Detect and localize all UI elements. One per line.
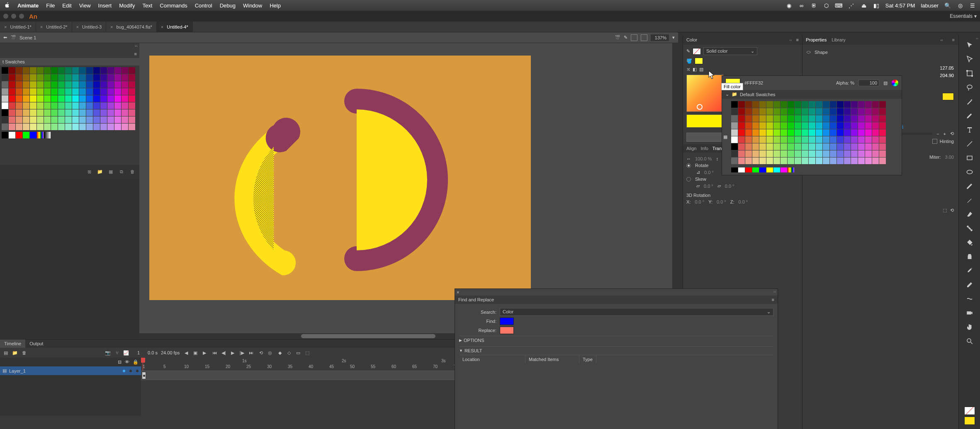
swatch[interactable] <box>745 150 752 157</box>
menu-modify[interactable]: Modify <box>119 2 135 9</box>
swatch[interactable] <box>788 136 794 143</box>
swatch[interactable] <box>830 115 837 122</box>
swatch[interactable] <box>9 95 15 102</box>
swatch[interactable] <box>809 122 815 129</box>
loop-icon[interactable]: ⟲ <box>258 349 264 356</box>
menu-text[interactable]: Text <box>142 2 152 9</box>
visibility-column-icon[interactable]: 👁 <box>125 359 129 365</box>
doctab-bug[interactable]: ×bug_4064074.fla* <box>106 22 157 32</box>
swatch[interactable] <box>872 108 879 115</box>
swatch[interactable] <box>872 158 879 164</box>
swatch[interactable] <box>865 129 872 136</box>
tab-library[interactable]: Library <box>832 37 846 43</box>
swatch[interactable] <box>865 136 872 143</box>
swatch[interactable] <box>731 158 738 164</box>
swatch[interactable] <box>58 102 65 109</box>
swatch[interactable] <box>738 150 745 157</box>
swatch[interactable] <box>745 129 752 136</box>
swatch[interactable] <box>37 88 44 95</box>
swatch[interactable] <box>773 158 780 164</box>
swatch[interactable] <box>752 167 759 172</box>
swatch[interactable] <box>58 95 65 102</box>
minimize-window-icon[interactable] <box>11 14 16 19</box>
swatch[interactable] <box>37 67 44 74</box>
fill-color-icon[interactable]: 🪣 <box>686 58 692 64</box>
swatch[interactable] <box>752 158 759 164</box>
swatch[interactable] <box>781 143 787 150</box>
swatch[interactable] <box>851 115 858 122</box>
swatch[interactable] <box>37 124 44 130</box>
swatch[interactable] <box>9 124 15 130</box>
swatch[interactable] <box>837 136 844 143</box>
swatch[interactable] <box>759 150 766 157</box>
apple-logo-icon[interactable] <box>4 2 10 9</box>
rotate-value[interactable]: 0.0 ° <box>704 170 714 175</box>
swatch[interactable] <box>93 102 100 109</box>
swatch[interactable] <box>58 124 65 130</box>
swatch[interactable] <box>86 95 93 102</box>
step-fwd-icon[interactable]: |▶ <box>238 349 245 356</box>
wifi-icon[interactable]: ⋰ <box>848 2 855 9</box>
collapse-handle[interactable]: ‹‹ <box>772 289 778 295</box>
swatch[interactable] <box>65 102 72 109</box>
window-traffic-lights[interactable] <box>3 14 24 19</box>
swatch[interactable] <box>738 115 745 122</box>
swatch[interactable] <box>773 122 780 129</box>
swatch[interactable] <box>788 101 794 108</box>
swatch[interactable] <box>837 150 844 157</box>
swatch[interactable] <box>72 88 79 95</box>
swatch[interactable] <box>781 150 787 157</box>
swatch-options-icon[interactable]: ⊞ <box>85 168 93 175</box>
swatch[interactable] <box>65 95 72 102</box>
swatch[interactable] <box>129 74 135 81</box>
swatch[interactable] <box>9 116 15 123</box>
swatch[interactable] <box>107 124 114 130</box>
rotate-radio[interactable] <box>686 163 691 168</box>
swatch[interactable] <box>93 81 100 88</box>
swatch[interactable] <box>879 136 886 143</box>
swatch[interactable] <box>837 158 844 164</box>
swatch[interactable] <box>752 115 759 122</box>
swatch[interactable] <box>872 122 879 129</box>
swatch[interactable] <box>872 115 879 122</box>
swatch[interactable] <box>872 136 879 143</box>
swatch[interactable] <box>2 109 8 116</box>
swatch[interactable] <box>107 116 114 123</box>
rot3d-y-value[interactable]: 0.0 ° <box>717 199 726 204</box>
siri-icon[interactable]: ◎ <box>957 2 963 9</box>
swatch[interactable] <box>879 115 886 122</box>
popup-swatches-grid[interactable] <box>729 99 902 167</box>
auto-keyframe-icon[interactable]: ⬚ <box>304 349 311 356</box>
swatch[interactable] <box>114 74 121 81</box>
swatch[interactable] <box>788 158 794 164</box>
camera-icon[interactable]: 📷 <box>105 349 111 356</box>
swatch[interactable] <box>788 115 794 122</box>
swatch[interactable] <box>844 143 851 150</box>
swatch[interactable] <box>738 136 745 143</box>
cc-cloud-icon[interactable]: ∞ <box>798 2 805 9</box>
swatch[interactable] <box>731 122 738 129</box>
swatch[interactable] <box>731 101 738 108</box>
swatch[interactable] <box>114 67 121 74</box>
swatch[interactable] <box>86 102 93 109</box>
swatch[interactable] <box>766 150 773 157</box>
swatch[interactable] <box>865 150 872 157</box>
swatch[interactable] <box>766 129 773 136</box>
swatch[interactable] <box>86 88 93 95</box>
swatch[interactable] <box>58 74 65 81</box>
close-tab-icon[interactable]: × <box>76 24 79 29</box>
ink-bottle-tool[interactable] <box>963 250 976 263</box>
menu-window[interactable]: Window <box>243 2 262 9</box>
color-spectrum[interactable] <box>686 75 724 112</box>
paint-brush-tool[interactable] <box>963 208 976 221</box>
back-arrow-icon[interactable]: ⬅ <box>3 35 7 40</box>
swatch[interactable] <box>93 109 100 116</box>
swatch[interactable] <box>745 136 752 143</box>
width-tool[interactable] <box>963 293 976 305</box>
swatch[interactable] <box>65 88 72 95</box>
swatch[interactable] <box>858 115 865 122</box>
swatch[interactable] <box>44 109 51 116</box>
swatch[interactable] <box>114 102 121 109</box>
next-frame-icon[interactable]: ▶ <box>201 349 208 356</box>
swatch[interactable] <box>809 143 815 150</box>
